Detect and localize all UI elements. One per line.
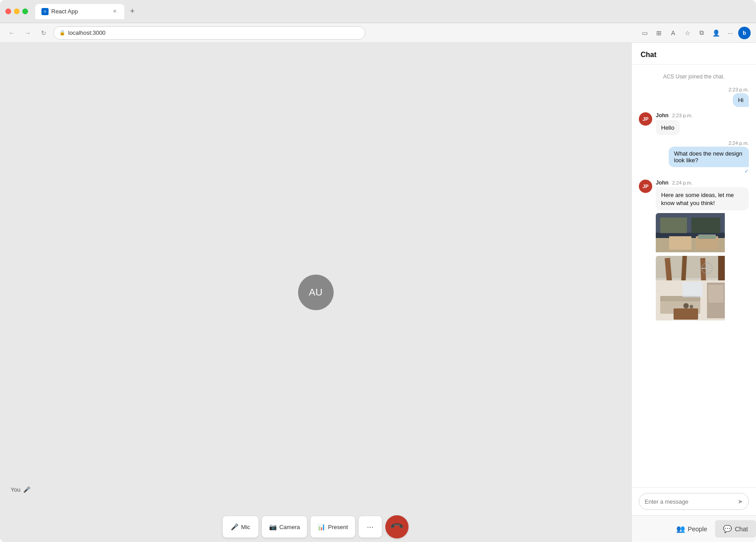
user-avatar: AU [298,275,334,310]
you-label: You 🎤 [11,486,30,493]
send-button[interactable]: ➤ [738,498,743,505]
traffic-light-minimize[interactable] [14,8,20,14]
translate-icon[interactable]: A [667,27,679,39]
chat-input-area: ➤ [632,487,756,515]
browser-titlebar: ⚛ React App ✕ + [0,0,756,23]
lock-icon: 🔒 [59,30,65,36]
browser-tab[interactable]: ⚛ React App ✕ [35,4,124,19]
grid-icon[interactable]: ⊞ [653,27,665,39]
more-button[interactable]: ··· [359,516,382,538]
right-panel: Chat ACS User joined the chat. 2:23 p.m.… [631,43,756,542]
chat-title: Chat [632,43,756,65]
svg-rect-7 [698,234,716,239]
svg-rect-6 [669,236,691,250]
tab-title: React App [51,8,78,15]
msg-time-1: 2:23 p.m. [728,87,749,92]
msg-time-4: 2:24 p.m. [672,180,693,185]
tab-bar: ⚛ React App ✕ + [35,4,751,19]
message-received-ideas: JP John 2:24 p.m. Here are some ideas, l… [639,180,749,324]
new-tab-button[interactable]: + [126,5,139,18]
msg-sender-john-1: John [656,112,669,119]
camera-label: Camera [279,524,300,530]
camera-button[interactable]: 📷 Camera [262,516,307,538]
panel-tabs: 👥 People 💬 Chat [632,515,756,542]
back-button[interactable]: ← [5,27,18,39]
video-area: AU You 🎤 🎤 Mic 📷 Camera 📊 Present [0,43,631,542]
john-avatar-1: JP [639,112,652,126]
present-label: Present [328,524,348,530]
forward-button[interactable]: → [21,27,34,39]
avatar-initials: AU [309,287,323,298]
camera-icon: 📷 [269,523,277,530]
app-wrapper: AU You 🎤 🎤 Mic 📷 Camera 📊 Present [0,43,756,542]
msg-sender-john-2: John [656,180,669,186]
browser-window: ⚛ React App ✕ + ← → ↻ 🔒 localhost:3000 ▭… [0,0,756,542]
mic-label: Mic [241,524,250,530]
people-tab[interactable]: 👥 People [668,520,715,538]
chat-panel: Chat ACS User joined the chat. 2:23 p.m.… [632,43,756,515]
refresh-button[interactable]: ↻ [37,27,50,39]
svg-rect-4 [691,218,720,233]
traffic-light-close[interactable] [5,8,11,14]
screen-share-icon[interactable]: ▭ [638,27,651,39]
msg-bubble-hello: Hello [656,120,680,135]
more-options-icon[interactable]: ··· [724,27,736,39]
traffic-lights [5,8,28,14]
chat-icon: 💬 [723,525,732,533]
read-receipt-icon: ✓ [744,168,749,174]
svg-rect-3 [660,218,687,233]
split-view-icon[interactable]: ⧉ [695,27,708,39]
browser-navbar: ← → ↻ 🔒 localhost:3000 ▭ ⊞ A ☆ ⧉ 👤 ··· b [0,23,756,43]
mic-button[interactable]: 🎤 Mic [223,516,258,538]
mic-icon: 🎤 [231,523,238,530]
tab-close-button[interactable]: ✕ [111,8,118,15]
svg-point-24 [683,303,689,308]
chat-tab-label: Chat [735,526,748,533]
msg-time-3: 2:24 p.m. [728,140,749,146]
address-bar[interactable]: 🔒 localhost:3000 [53,26,365,40]
present-icon: 📊 [318,523,325,530]
svg-rect-23 [682,282,703,297]
svg-rect-20 [674,308,698,320]
profiles-icon[interactable]: 👤 [710,27,722,39]
system-message: ACS User joined the chat. [639,72,749,82]
tab-favicon: ⚛ [41,8,49,15]
msg-bubble-design: What does the new design look like? [669,147,749,167]
svg-rect-13 [718,256,725,283]
chat-tab[interactable]: 💬 Chat [715,520,756,538]
more-icon: ··· [367,522,374,532]
chat-messages: ACS User joined the chat. 2:23 p.m. Hi J… [632,65,756,487]
msg-bubble-hi: Hi [733,93,749,107]
room-image-svg [656,256,725,320]
people-tab-label: People [688,526,707,533]
msg-bubble-ideas: Here are some ideas, let me know what yo… [656,187,749,210]
profile-avatar[interactable]: b [738,27,751,39]
controls-bar: 🎤 Mic 📷 Camera 📊 Present ··· 📞 [0,512,631,542]
url-text: localhost:3000 [68,29,106,36]
chat-input-wrapper[interactable]: ➤ [639,493,749,510]
browser-actions: ▭ ⊞ A ☆ ⧉ 👤 ··· b [638,27,751,39]
message-received-hello: JP John 2:23 p.m. Hello [639,112,749,135]
mic-off-icon: 🎤 [23,486,30,493]
room-image[interactable] [656,256,749,322]
message-sent-design: 2:24 p.m. What does the new design look … [639,140,749,174]
john-avatar-2: JP [639,180,652,193]
end-call-button[interactable]: 📞 [385,515,409,538]
present-button[interactable]: 📊 Present [311,516,355,538]
chat-input[interactable] [645,498,738,505]
kitchen-image-svg [656,213,725,252]
msg-time-2: 2:23 p.m. [672,113,693,118]
svg-rect-22 [708,285,723,303]
you-text: You [11,486,20,493]
message-sent-hi: 2:23 p.m. Hi [639,87,749,107]
kitchen-image[interactable] [656,213,749,254]
msg-images [656,213,749,322]
end-call-icon: 📞 [389,519,405,535]
people-icon: 👥 [676,525,685,533]
svg-point-25 [690,305,693,308]
star-icon[interactable]: ☆ [681,27,694,39]
traffic-light-maximize[interactable] [22,8,28,14]
